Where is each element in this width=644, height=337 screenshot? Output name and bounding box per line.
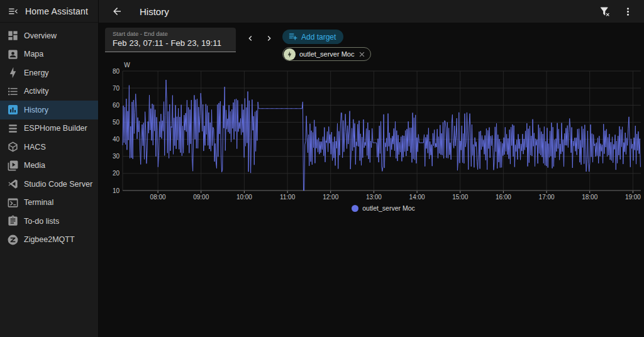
clipboard-list-icon xyxy=(7,215,19,227)
history-chart-block: 08:0009:0010:0011:0012:0013:0014:0015:00… xyxy=(105,61,644,212)
package-icon xyxy=(7,141,19,153)
zigbee-icon xyxy=(7,234,19,246)
sidebar-item-mapa[interactable]: Mapa xyxy=(0,45,98,64)
chart-legend[interactable]: outlet_server Moc xyxy=(105,204,644,212)
svg-text:10:00: 10:00 xyxy=(236,194,252,201)
chart-box-icon xyxy=(7,104,19,116)
sidebar-item-label: Energy xyxy=(24,69,49,77)
topbar: History xyxy=(99,0,644,23)
svg-text:60: 60 xyxy=(113,102,120,109)
sidebar-item-media[interactable]: Media xyxy=(0,157,98,175)
filter-remove-icon[interactable] xyxy=(599,6,611,18)
console-icon xyxy=(7,197,19,209)
svg-text:08:00: 08:00 xyxy=(150,194,166,201)
date-range-field[interactable]: Start date - End date Feb 23, 07:11 - Fe… xyxy=(105,28,236,52)
svg-text:09:00: 09:00 xyxy=(193,194,209,201)
sidebar-item-terminal[interactable]: Terminal xyxy=(0,194,98,213)
sidebar-item-label: Zigbee2MQTT xyxy=(24,235,75,244)
sidebar-item-label: Media xyxy=(24,161,45,170)
svg-text:10: 10 xyxy=(113,187,120,194)
svg-text:12:00: 12:00 xyxy=(323,194,338,201)
playlist-plus-icon xyxy=(288,32,297,41)
sidebar-item-label: HACS xyxy=(24,143,46,152)
sidebar: Home Assistant OverviewMapaEnergyActivit… xyxy=(0,0,99,337)
sidebar-item-label: Mapa xyxy=(24,50,43,58)
legend-dot xyxy=(352,205,358,212)
account-box-icon xyxy=(7,48,19,60)
sidebar-item-label: To-do lists xyxy=(24,217,59,226)
svg-text:19:00: 19:00 xyxy=(625,194,641,201)
home-assistant-app: Home Assistant OverviewMapaEnergyActivit… xyxy=(0,0,644,337)
svg-text:13:00: 13:00 xyxy=(366,194,382,201)
view-dashboard-icon xyxy=(7,30,19,41)
date-nav xyxy=(242,28,277,49)
topbar-actions xyxy=(599,6,634,18)
sidebar-item-label: Activity xyxy=(24,87,49,96)
date-range-label: Start date - End date xyxy=(113,30,228,37)
target-chip-label: outlet_server Moc xyxy=(299,50,354,58)
history-content: Start date - End date Feb 23, 07:11 - Fe… xyxy=(99,23,644,337)
flash-icon xyxy=(284,48,296,60)
svg-text:18:00: 18:00 xyxy=(582,194,597,201)
target-column: Add target outlet_server Moc xyxy=(282,28,371,61)
menu-open-icon[interactable] xyxy=(8,6,19,17)
prev-period-button[interactable] xyxy=(242,30,258,47)
sidebar-nav: OverviewMapaEnergyActivityHistoryESPHome… xyxy=(0,23,98,249)
history-chart[interactable]: 08:0009:0010:0011:0012:0013:0014:0015:00… xyxy=(105,61,644,203)
chip-close-icon[interactable] xyxy=(358,50,366,58)
controls-row: Start date - End date Feb 23, 07:11 - Fe… xyxy=(105,28,644,61)
sidebar-item-to-do-lists[interactable]: To-do lists xyxy=(0,212,98,231)
app-title: Home Assistant xyxy=(25,6,88,16)
chip-icon xyxy=(7,123,19,135)
sidebar-item-zigbee2mqtt[interactable]: Zigbee2MQTT xyxy=(0,231,98,250)
sidebar-item-label: Terminal xyxy=(24,198,53,207)
sidebar-item-overview[interactable]: Overview xyxy=(0,26,98,45)
page-title: History xyxy=(140,6,169,17)
format-list-bulleted-icon xyxy=(7,86,19,97)
sidebar-item-label: ESPHome Builder xyxy=(24,124,87,133)
add-target-label: Add target xyxy=(301,33,336,41)
svg-text:11:00: 11:00 xyxy=(280,194,296,201)
svg-text:14:00: 14:00 xyxy=(409,194,425,201)
sidebar-item-label: Overview xyxy=(24,31,57,40)
play-box-multiple-icon xyxy=(7,160,19,172)
svg-text:W: W xyxy=(124,62,130,69)
sidebar-item-label: Studio Code Server xyxy=(24,180,92,189)
svg-text:50: 50 xyxy=(113,119,120,126)
code-brackets-icon xyxy=(7,178,19,190)
dots-vertical-icon[interactable] xyxy=(622,6,634,18)
sidebar-item-label: History xyxy=(24,106,48,114)
sidebar-item-energy[interactable]: Energy xyxy=(0,64,98,82)
svg-text:15:00: 15:00 xyxy=(452,194,468,201)
svg-text:17:00: 17:00 xyxy=(539,194,555,201)
target-chip[interactable]: outlet_server Moc xyxy=(282,47,371,61)
sidebar-item-hacs[interactable]: HACS xyxy=(0,138,98,157)
date-range-value: Feb 23, 07:11 - Feb 23, 19:11 xyxy=(113,38,228,48)
sidebar-item-studio-code-server[interactable]: Studio Code Server xyxy=(0,175,98,194)
svg-text:80: 80 xyxy=(113,68,120,75)
legend-label: outlet_server Moc xyxy=(362,204,414,212)
sidebar-item-esphome-builder[interactable]: ESPHome Builder xyxy=(0,119,98,138)
svg-text:20: 20 xyxy=(113,170,120,177)
svg-text:30: 30 xyxy=(113,153,120,160)
add-target-button[interactable]: Add target xyxy=(282,30,343,44)
svg-text:70: 70 xyxy=(113,85,120,92)
main-area: History Start date - End date Feb 23, 07… xyxy=(99,0,644,337)
svg-text:16:00: 16:00 xyxy=(496,194,511,201)
back-arrow-icon[interactable] xyxy=(111,6,123,17)
sidebar-item-activity[interactable]: Activity xyxy=(0,82,98,101)
next-period-button[interactable] xyxy=(261,30,277,47)
sidebar-item-history[interactable]: History xyxy=(0,101,98,119)
svg-text:40: 40 xyxy=(113,136,120,143)
lightning-bolt-icon xyxy=(7,67,19,79)
sidebar-header: Home Assistant xyxy=(0,0,98,23)
